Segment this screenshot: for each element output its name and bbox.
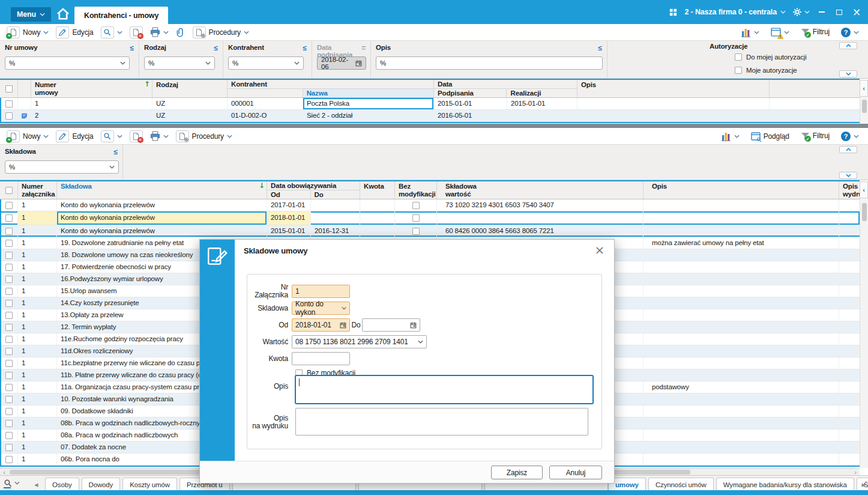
chevron-down-icon[interactable] xyxy=(14,481,20,485)
column-header-opis-wydruku[interactable]: Opis wydru xyxy=(839,181,860,199)
company-selector[interactable]: 2 - Nasza firma 0 - centrala xyxy=(684,8,786,16)
bez-modyfikacji-checkbox[interactable] xyxy=(395,211,437,225)
collapse-sidebar-button[interactable]: ‹ xyxy=(860,181,868,198)
column-header-nazwa[interactable]: Nazwa xyxy=(303,89,433,97)
pane-splitter[interactable] xyxy=(0,124,868,128)
minimize-button[interactable] xyxy=(816,7,827,17)
calendar-icon[interactable] xyxy=(410,322,417,329)
bottom-tab[interactable]: Czynności umów xyxy=(648,478,714,491)
delete-button[interactable]: × xyxy=(127,130,146,143)
row-checkbox[interactable] xyxy=(0,442,18,453)
search-button[interactable] xyxy=(98,26,125,39)
bez-modyfikacji-checkbox[interactable] xyxy=(395,199,437,211)
row-checkbox[interactable] xyxy=(0,237,18,249)
column-group-kontrahent[interactable]: Kontrahent Nazwa xyxy=(228,80,434,97)
row-checkbox[interactable] xyxy=(0,454,18,465)
kontrahent-input[interactable]: % xyxy=(228,56,304,70)
skladowa-select[interactable]: Konto do wykon xyxy=(292,302,350,315)
chevron-down-icon[interactable] xyxy=(227,135,232,138)
chevron-down-icon[interactable] xyxy=(163,31,169,34)
chevron-down-icon[interactable] xyxy=(244,31,249,34)
scroll-tabs-right-icon[interactable]: ▸ xyxy=(862,480,866,489)
chevron-down-icon[interactable] xyxy=(163,135,169,138)
help-button[interactable]: ? xyxy=(838,131,862,142)
row-checkbox[interactable] xyxy=(0,405,18,417)
contracts-grid-scrollbar[interactable] xyxy=(860,97,868,124)
filter-operator[interactable]: ≤ xyxy=(130,44,134,52)
preview-button[interactable]: Podgląd xyxy=(748,131,792,142)
calendar-icon[interactable] xyxy=(340,322,346,329)
column-header-numer-zalacznika[interactable]: Numer załącznika xyxy=(18,181,57,199)
bottom-tab[interactable]: Osoby xyxy=(45,478,79,491)
chevron-down-icon[interactable] xyxy=(109,165,115,169)
chevron-down-icon[interactable] xyxy=(854,31,859,34)
row-checkbox[interactable] xyxy=(0,110,18,121)
chevron-down-icon[interactable] xyxy=(43,31,49,34)
column-header-bez-modyfikacji[interactable]: Bez modyfikacji xyxy=(395,181,437,199)
column-header-rodzaj[interactable]: Rodzaj xyxy=(152,80,228,97)
chevron-down-icon[interactable] xyxy=(43,135,49,138)
row-checkbox[interactable] xyxy=(0,309,18,321)
checkbox-moje-autoryzacje[interactable]: Moje autoryzacje xyxy=(735,67,797,74)
cell-nazwa[interactable]: Poczta Polska xyxy=(303,98,434,109)
chevron-down-icon[interactable] xyxy=(854,135,859,138)
row-checkbox[interactable] xyxy=(0,345,18,357)
row-checkbox[interactable] xyxy=(0,369,18,381)
collapse-filter-panel-button[interactable] xyxy=(839,42,857,49)
cell-nazwa[interactable]: Sieć 2 - oddział xyxy=(303,110,434,121)
collapse-sidebar-button[interactable]: ‹ xyxy=(860,80,868,97)
row-checkbox[interactable] xyxy=(0,211,18,225)
scroll-tabs-left-icon[interactable]: ◂ xyxy=(34,480,38,489)
column-header-skladowa[interactable]: Składowa↓ xyxy=(57,181,267,199)
cancel-button[interactable]: Anuluj xyxy=(549,466,602,479)
new-button[interactable]: + Nowy xyxy=(4,130,52,143)
contract-row[interactable]: 2 UZ 01-D-002-O Sieć 2 - oddział 2016-05… xyxy=(0,110,860,122)
chevron-down-icon[interactable] xyxy=(754,31,759,34)
row-checkbox[interactable] xyxy=(0,333,18,345)
select-all-checkbox[interactable] xyxy=(0,181,18,199)
row-checkbox[interactable] xyxy=(0,430,18,441)
edit-button[interactable]: Edycja xyxy=(53,130,96,143)
save-button[interactable]: Zapisz xyxy=(491,466,543,479)
checkbox[interactable] xyxy=(735,67,742,74)
scrollbar-thumb[interactable] xyxy=(862,203,867,221)
contract-row[interactable]: 1 UZ 000001 Poczta Polska 2015-01-01 201… xyxy=(0,98,860,110)
od-date-input[interactable]: 2018-01-01 xyxy=(292,318,350,332)
filter-button[interactable]: ✓ Filtruj xyxy=(798,27,833,37)
print-button[interactable] xyxy=(147,26,172,38)
row-checkbox[interactable] xyxy=(0,285,18,297)
do-date-input[interactable] xyxy=(362,318,420,332)
nr-zalacznika-input[interactable]: 1 xyxy=(292,285,350,298)
row-checkbox[interactable] xyxy=(0,273,18,285)
opis-input[interactable]: % xyxy=(376,56,603,70)
close-button[interactable]: × xyxy=(851,7,862,17)
edit-button[interactable]: Edycja xyxy=(53,26,96,39)
help-button[interactable]: ? xyxy=(838,27,862,38)
delete-button[interactable]: × xyxy=(127,26,146,39)
column-header-od[interactable]: Od xyxy=(267,190,311,199)
row-checkbox[interactable] xyxy=(0,418,18,429)
row-checkbox[interactable] xyxy=(0,199,18,211)
row-checkbox[interactable] xyxy=(0,98,18,109)
column-header-opis[interactable]: Opis xyxy=(643,181,839,199)
wartosc-select[interactable]: 08 1750 1136 8021 2996 2709 1401 xyxy=(292,335,427,348)
select-all-checkbox[interactable] xyxy=(0,80,18,97)
column-group-data-obowiazywania[interactable]: Data obowiązywania Od Do xyxy=(267,181,360,199)
column-header-numer-umowy[interactable]: Numer umowy↑ xyxy=(31,80,152,97)
chevron-down-icon[interactable] xyxy=(784,31,789,34)
home-icon[interactable] xyxy=(56,7,70,20)
chart-button[interactable] xyxy=(738,27,762,38)
chevron-down-icon[interactable] xyxy=(205,61,211,65)
chevron-down-icon[interactable] xyxy=(117,135,122,138)
column-header-realizacji[interactable]: Realizacji xyxy=(507,89,577,97)
chevron-down-icon[interactable] xyxy=(734,135,740,138)
window-settings-button[interactable] xyxy=(768,26,792,38)
cell-skladowa[interactable]: Konto do wykonania przelewów xyxy=(57,225,267,237)
column-header-do[interactable]: Do xyxy=(311,190,360,199)
column-header-kwota[interactable]: Kwota xyxy=(360,181,395,199)
search-button[interactable] xyxy=(98,130,125,143)
row-checkbox[interactable] xyxy=(0,297,18,309)
scrollbar-thumb[interactable] xyxy=(862,100,867,113)
chevron-down-icon[interactable] xyxy=(117,31,122,34)
collapse-filter-panel-button[interactable] xyxy=(839,146,857,153)
